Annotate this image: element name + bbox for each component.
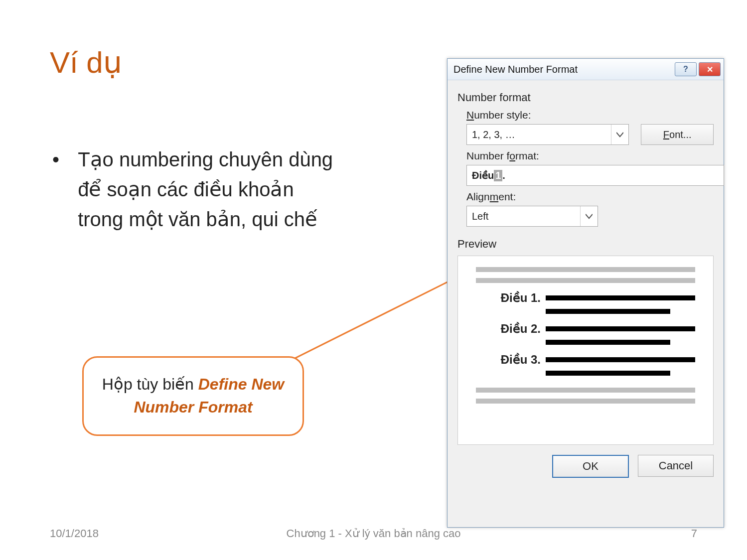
- dialog-footer: OK Cancel: [457, 455, 714, 478]
- preview-item: Điều 1.: [476, 291, 695, 305]
- bullet-marker: •: [52, 144, 72, 174]
- number-format-post: rmat:: [515, 150, 539, 161]
- font-button-rest: ont...: [669, 129, 691, 140]
- help-button[interactable]: ?: [675, 62, 697, 76]
- preview-item-label: Điều 2.: [476, 322, 546, 336]
- preview-subline: [546, 371, 670, 376]
- number-style-rest: umber style:: [474, 109, 531, 121]
- alignment-value: Left: [472, 211, 488, 222]
- callout-box: Hộp tùy biến Define New Number Format: [82, 356, 304, 436]
- number-format-pre: Number f: [466, 150, 509, 161]
- preview-item: Điều 2.: [476, 322, 695, 336]
- close-button[interactable]: ✕: [699, 62, 721, 76]
- preview-gray-bar: [476, 278, 695, 283]
- chevron-down-icon: [580, 206, 598, 226]
- number-style-label: Number style:: [466, 109, 714, 121]
- number-style-value: 1, 2, 3, …: [472, 129, 515, 140]
- ok-button[interactable]: OK: [552, 455, 629, 478]
- number-format-prefix: Điều: [472, 169, 494, 181]
- callout-connector-line: [279, 279, 458, 366]
- preview-subline: [546, 340, 670, 345]
- alignment-post: ent:: [498, 191, 516, 202]
- number-format-number: 1: [494, 170, 502, 181]
- alignment-combo[interactable]: Left: [466, 206, 598, 227]
- number-format-input[interactable]: Điều 1.: [466, 165, 724, 186]
- slide-bullet: • Tạo numbering chuyên dùng để soạn các …: [52, 144, 341, 234]
- number-format-label: Number format:: [466, 150, 714, 162]
- number-style-accel: N: [466, 109, 474, 121]
- alignment-pre: Align: [466, 191, 490, 202]
- preview-item-label: Điều 1.: [476, 291, 546, 305]
- section-number-format-label: Number format: [457, 91, 714, 104]
- callout-text: Hộp tùy biến Define New Number Format: [84, 373, 302, 419]
- dialog-title: Define New Number Format: [453, 64, 673, 75]
- preview-item: Điều 3.: [476, 353, 695, 367]
- preview-line: [546, 326, 695, 331]
- cancel-button[interactable]: Cancel: [638, 455, 714, 477]
- callout-prefix: Hộp tùy biến: [102, 375, 198, 393]
- help-icon: ?: [683, 65, 688, 74]
- define-new-number-format-dialog: Define New Number Format ? ✕ Number form…: [447, 58, 724, 528]
- section-preview-label: Preview: [457, 238, 714, 251]
- dialog-body: Number format Number style: 1, 2, 3, … F…: [448, 80, 724, 484]
- number-format-accel: o: [509, 150, 515, 161]
- alignment-label: Alignment:: [466, 191, 714, 203]
- font-button-accel: F: [663, 129, 669, 140]
- preview-gray-bar: [476, 267, 695, 272]
- slide-title: Ví dụ: [50, 45, 122, 80]
- dialog-titlebar: Define New Number Format ? ✕: [448, 59, 724, 80]
- preview-line: [546, 295, 695, 300]
- bullet-text: Tạo numbering chuyên dùng để soạn các đi…: [78, 144, 337, 234]
- preview-item-label: Điều 3.: [476, 353, 546, 367]
- chevron-down-icon: [611, 125, 628, 144]
- font-button[interactable]: Font...: [641, 124, 714, 145]
- preview-line: [546, 357, 695, 362]
- slide-footer-center: Chương 1 - Xử lý văn bản nâng cao: [0, 527, 747, 540]
- preview-box: Điều 1. Điều 2. Điều 3.: [457, 256, 714, 445]
- slide-footer-page: 7: [691, 527, 697, 540]
- preview-gray-bar: [476, 388, 695, 393]
- close-icon: ✕: [707, 65, 713, 74]
- number-format-suffix: .: [502, 170, 505, 181]
- alignment-accel: m: [490, 191, 499, 202]
- svg-line-0: [279, 279, 453, 366]
- preview-gray-bar: [476, 399, 695, 404]
- number-style-combo[interactable]: 1, 2, 3, …: [466, 124, 629, 145]
- preview-subline: [546, 309, 670, 314]
